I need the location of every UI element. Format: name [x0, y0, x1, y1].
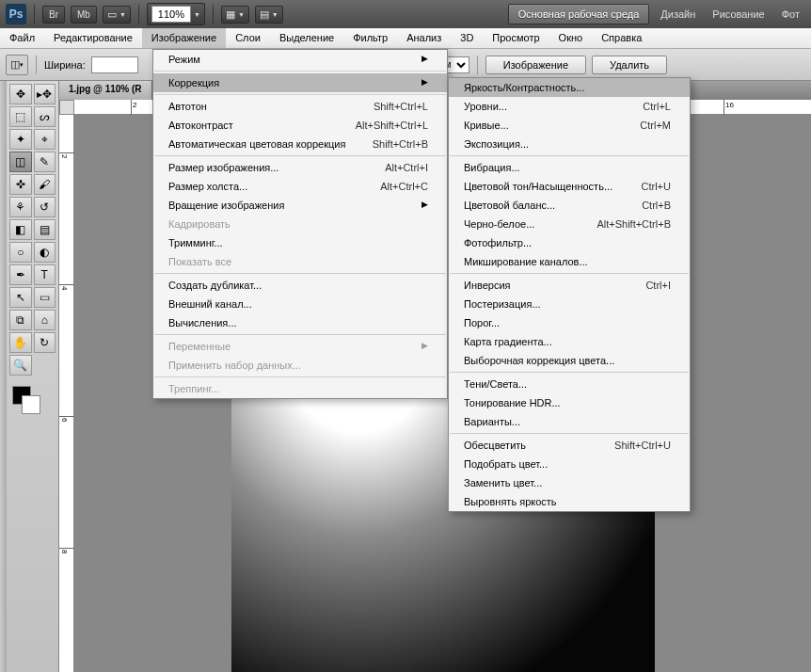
menu-variables: Переменные▶	[153, 337, 447, 356]
zoom-value: 110%	[151, 6, 191, 23]
image-button[interactable]: Изображение	[485, 56, 586, 74]
3d-tool[interactable]: ⧉	[9, 310, 32, 330]
menu-выделение[interactable]: Выделение	[270, 28, 343, 48]
path-select-tool[interactable]: ↖	[9, 287, 32, 308]
menu-canvassize[interactable]: Размер холста...Alt+Ctrl+C	[153, 177, 447, 196]
type-tool[interactable]: T	[34, 264, 56, 285]
width-label: Ширина:	[44, 59, 86, 71]
menu-окно[interactable]: Окно	[549, 28, 593, 48]
menu-gradientmap[interactable]: Карта градиента...	[449, 332, 690, 351]
menu-equalize[interactable]: Выровнять яркость	[449, 492, 690, 511]
menu-invert[interactable]: ИнверсияCtrl+I	[449, 276, 690, 295]
document-tab[interactable]: 1.jpg @ 110% (R	[59, 81, 152, 100]
menu-imagesize[interactable]: Размер изображения...Alt+Ctrl+I	[153, 158, 447, 177]
menu-файл[interactable]: Файл	[0, 28, 44, 48]
move-tool[interactable]: ✥	[9, 84, 32, 104]
3d-camera-tool[interactable]: ⌂	[34, 310, 56, 330]
menu-vibrance[interactable]: Вибрация...	[449, 158, 690, 177]
crop-tool-icon[interactable]: ◫▾	[6, 55, 28, 75]
history-brush-tool[interactable]: ↺	[34, 197, 56, 217]
menu-posterize[interactable]: Постеризация...	[449, 295, 690, 313]
menu-huesat[interactable]: Цветовой тон/Насыщенность...Ctrl+U	[449, 177, 690, 196]
hand-tool[interactable]: ✋	[9, 332, 32, 353]
workspace-photo[interactable]: Фот	[776, 5, 805, 24]
menu-shadows[interactable]: Тени/Света...	[449, 375, 690, 393]
gradient-tool[interactable]: ▤	[34, 219, 56, 240]
menu-hdrtoning[interactable]: Тонирование HDR...	[449, 393, 690, 412]
arrange-dropdown[interactable]: ▦▼	[221, 6, 249, 24]
zoom-tool[interactable]: 🔍	[9, 355, 32, 376]
menu-replacecolor[interactable]: Заменить цвет...	[449, 473, 690, 492]
chevron-down-icon: ▼	[238, 11, 245, 18]
eraser-tool[interactable]: ◧	[9, 219, 32, 240]
menu-external[interactable]: Внешний канал...	[153, 295, 447, 313]
image-menu: Режим▶ Коррекция▶ АвтотонShift+Ctrl+L Ав…	[152, 49, 448, 399]
menu-изображение[interactable]: Изображение	[142, 28, 226, 48]
zoom-dropdown[interactable]: 110%▼	[147, 3, 205, 25]
menu-3d[interactable]: 3D	[451, 28, 483, 48]
menu-mode[interactable]: Режим▶	[153, 50, 447, 69]
app-logo: Ps	[6, 4, 26, 24]
menu-brightness[interactable]: Яркость/Контрастность...	[449, 78, 690, 97]
quick-select-tool[interactable]: ⌖	[34, 129, 56, 150]
menu-autocolor[interactable]: Автоматическая цветовая коррекцияShift+C…	[153, 135, 447, 153]
color-swatches[interactable]	[8, 382, 56, 427]
spot-heal-tool[interactable]: ✜	[9, 174, 32, 195]
marquee-tool[interactable]: ⬚	[9, 106, 32, 127]
menu-selective[interactable]: Выборочная коррекция цвета...	[449, 351, 690, 370]
wand-tool[interactable]: ✦	[9, 129, 32, 150]
menu-rotation[interactable]: Вращение изображения▶	[153, 196, 447, 215]
workspace-active-button[interactable]: Основная рабочая среда	[508, 4, 650, 24]
panel-icon: ▤	[260, 8, 269, 21]
extras-dropdown[interactable]: ▤▼	[255, 6, 283, 24]
menu-autotone[interactable]: АвтотонShift+Ctrl+L	[153, 97, 447, 116]
correction-submenu: Яркость/Контрастность... Уровни...Ctrl+L…	[448, 77, 691, 512]
workspace-design[interactable]: Дизайн	[655, 5, 701, 24]
width-input[interactable]	[91, 56, 138, 73]
brush-tool[interactable]: 🖌	[34, 174, 56, 195]
marquee-arrow[interactable]: ▸✥	[34, 84, 56, 104]
minibridge-button[interactable]: Mb	[71, 6, 97, 24]
blur-tool[interactable]: ○	[9, 242, 32, 263]
toolbox: ✥▸✥⬚ᔕ✦⌖◫✎✜🖌⚘↺◧▤○◐✒T↖▭⧉⌂✋↻🔍	[7, 81, 59, 672]
menu-exposure[interactable]: Экспозиция...	[449, 135, 690, 153]
background-color-swatch[interactable]	[22, 395, 40, 414]
menu-duplicate[interactable]: Создать дубликат...	[153, 276, 447, 295]
pen-tool[interactable]: ✒	[9, 264, 32, 285]
menu-просмотр[interactable]: Просмотр	[483, 28, 549, 48]
menu-threshold[interactable]: Порог...	[449, 313, 690, 332]
menu-фильтр[interactable]: Фильтр	[343, 28, 397, 48]
menu-correction[interactable]: Коррекция▶	[153, 73, 447, 92]
menu-levels[interactable]: Уровни...Ctrl+L	[449, 97, 690, 116]
stamp-tool[interactable]: ⚘	[9, 197, 32, 217]
panel-collapse-strip[interactable]	[0, 81, 7, 672]
menu-анализ[interactable]: Анализ	[397, 28, 451, 48]
menu-bw[interactable]: Черно-белое...Alt+Shift+Ctrl+B	[449, 215, 690, 233]
screen-mode-dropdown[interactable]: ▭▼	[103, 6, 131, 24]
lasso-tool[interactable]: ᔕ	[34, 106, 56, 127]
menu-слои[interactable]: Слои	[226, 28, 270, 48]
menu-trim[interactable]: Тримминг...	[153, 233, 447, 252]
menu-curves[interactable]: Кривые...Ctrl+M	[449, 116, 690, 135]
crop-tool[interactable]: ◫	[9, 152, 32, 172]
menu-channelmixer[interactable]: Микширование каналов...	[449, 252, 690, 271]
menu-справка[interactable]: Справка	[592, 28, 651, 48]
menu-colbalance[interactable]: Цветовой баланс...Ctrl+B	[449, 196, 690, 215]
chevron-down-icon: ▼	[194, 11, 200, 18]
menu-autocontrast[interactable]: АвтоконтрастAlt+Shift+Ctrl+L	[153, 116, 447, 135]
menu-desaturate[interactable]: ОбесцветитьShift+Ctrl+U	[449, 436, 690, 455]
menu-calculations[interactable]: Вычисления...	[153, 313, 447, 332]
menu-photofilter[interactable]: Фотофильтр...	[449, 233, 690, 252]
delete-button[interactable]: Удалить	[592, 56, 667, 74]
menu-bar: ФайлРедактированиеИзображениеСлоиВыделен…	[0, 28, 811, 49]
shape-tool[interactable]: ▭	[34, 287, 56, 308]
menu-variations[interactable]: Варианты...	[449, 412, 690, 431]
rotate-view-tool[interactable]: ↻	[34, 332, 56, 353]
menu-редактирование[interactable]: Редактирование	[44, 28, 142, 48]
eyedropper-tool[interactable]: ✎	[34, 152, 56, 172]
dodge-tool[interactable]: ◐	[34, 242, 56, 263]
menu-matchcolor[interactable]: Подобрать цвет...	[449, 455, 690, 473]
grid-icon: ▦	[226, 8, 235, 21]
workspace-drawing[interactable]: Рисование	[707, 5, 770, 24]
bridge-button[interactable]: Br	[42, 6, 65, 24]
